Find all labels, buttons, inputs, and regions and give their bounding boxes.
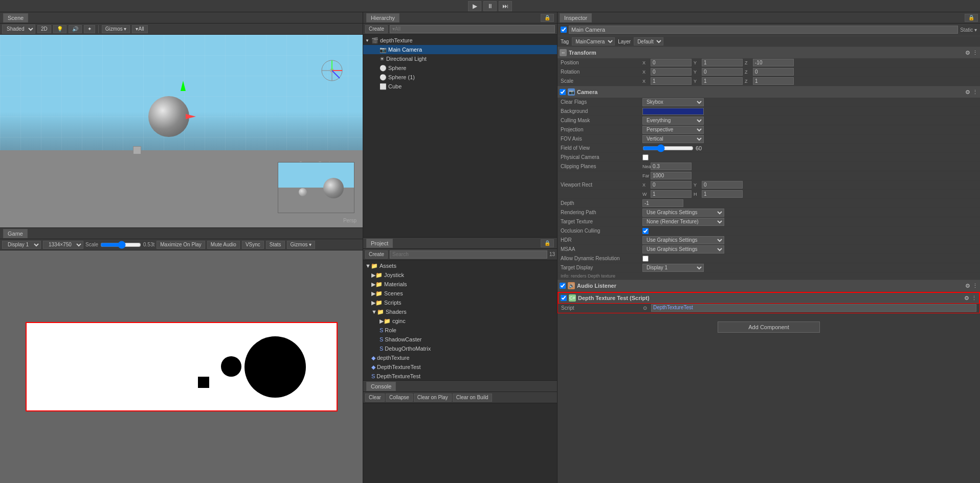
depth-texture-test-header[interactable]: C# Depth Texture Test (Script) ⚙ ⋮: [558, 292, 979, 304]
step-button[interactable]: ⏭: [499, 1, 512, 11]
msaa-select[interactable]: Use Graphics Settings: [642, 245, 724, 254]
audio-listener-checkbox[interactable]: [560, 283, 566, 289]
layer-select[interactable]: Default: [634, 37, 663, 45]
near-input[interactable]: [651, 163, 692, 170]
tab-project[interactable]: Project: [366, 239, 393, 248]
console-clear-on-build-btn[interactable]: Clear on Build: [453, 394, 492, 402]
stats-btn[interactable]: Stats: [266, 241, 285, 249]
scene-viewport[interactable]: Persp Camera Preview: [0, 35, 363, 227]
hierarchy-item-directionallight[interactable]: ☀ Directional Light: [363, 54, 557, 63]
scene-vfx-button[interactable]: ✦: [84, 25, 95, 33]
hdr-select[interactable]: Use Graphics Settings: [642, 236, 724, 244]
tab-game[interactable]: Game: [3, 229, 28, 238]
target-display-select[interactable]: Display 1: [642, 264, 704, 272]
physical-camera-checkbox[interactable]: [642, 154, 649, 160]
background-color-swatch[interactable]: [642, 108, 704, 115]
project-item-assets[interactable]: ▼ 📁 Assets: [363, 261, 557, 270]
object-active-checkbox[interactable]: [561, 27, 567, 33]
project-item-scenes[interactable]: ▶ 📁 Scenes: [363, 289, 557, 298]
far-input[interactable]: [651, 172, 692, 179]
project-item-role[interactable]: S Role: [363, 326, 557, 335]
tab-scene[interactable]: Scene: [3, 13, 28, 22]
hierarchy-search[interactable]: [390, 25, 555, 33]
rotation-x[interactable]: [651, 68, 692, 76]
project-item-depthtexturetest-s[interactable]: S DepthTextureTest: [363, 372, 557, 380]
vsync-btn[interactable]: VSync: [242, 241, 264, 249]
project-search[interactable]: [390, 250, 547, 259]
hierarchy-item-maincamera[interactable]: 📷 Main Camera: [363, 45, 557, 54]
hierarchy-lock-btn[interactable]: 🔒: [541, 14, 554, 22]
scale-x[interactable]: [651, 77, 692, 85]
display-select[interactable]: Display 1: [2, 241, 41, 249]
rotation-y[interactable]: [702, 68, 743, 76]
position-x[interactable]: [651, 59, 692, 66]
camera-header[interactable]: 📷 Camera ⚙ ⋮: [558, 86, 980, 98]
play-button[interactable]: ▶: [468, 1, 481, 11]
depth-input[interactable]: [642, 199, 683, 207]
vp-w-input[interactable]: [651, 190, 692, 198]
fov-slider[interactable]: [642, 144, 694, 152]
project-item-debugortho[interactable]: S DebugOrthoMatrix: [363, 344, 557, 353]
hierarchy-item-cube[interactable]: ⬜ Cube: [363, 82, 557, 91]
object-name-input[interactable]: [569, 26, 958, 34]
maximize-on-play-btn[interactable]: Maximize On Play: [157, 241, 205, 249]
vp-h-input[interactable]: [702, 190, 743, 198]
tab-console[interactable]: Console: [366, 382, 396, 391]
near-label: Near: [642, 164, 649, 169]
add-component-button[interactable]: Add Component: [718, 321, 820, 333]
hierarchy-item-sphere[interactable]: ⚪ Sphere: [363, 63, 557, 73]
project-item-scripts[interactable]: ▶ 📁 Scripts: [363, 298, 557, 307]
scale-y[interactable]: [702, 77, 743, 85]
audio-listener-header[interactable]: 🔊 Audio Listener ⚙ ⋮: [558, 280, 980, 291]
shaded-dropdown[interactable]: Shaded: [2, 25, 35, 34]
tab-inspector[interactable]: Inspector: [560, 13, 592, 22]
scale-z[interactable]: [753, 77, 794, 85]
allow-dynamic-resolution-checkbox[interactable]: [642, 256, 649, 262]
all-button[interactable]: ▾All: [132, 25, 147, 33]
console-clear-btn[interactable]: Clear: [365, 394, 385, 402]
game-gizmos-btn[interactable]: Gizmos ▾: [287, 241, 316, 249]
project-item-materials[interactable]: ▶ 📁 Materials: [363, 280, 557, 289]
scale-slider[interactable]: [100, 241, 141, 249]
hierarchy-item-depthtexture[interactable]: ▼ 🎬 depthTexture: [363, 36, 557, 45]
project-item-joystick[interactable]: ▶ 📁 Joystick: [363, 270, 557, 280]
console-collapse-btn[interactable]: Collapse: [386, 394, 413, 402]
project-item-shadowcaster[interactable]: S ShadowCaster: [363, 335, 557, 344]
depth-texture-test-checkbox[interactable]: [561, 295, 567, 301]
gizmos-button[interactable]: Gizmos ▾: [102, 25, 130, 33]
project-create-btn[interactable]: Create: [365, 250, 388, 259]
target-texture-select[interactable]: None (Render Texture): [642, 218, 724, 226]
occlusion-culling-checkbox[interactable]: [642, 228, 649, 234]
project-item-depthtexture-asset[interactable]: ◆ depthTexture: [363, 353, 557, 362]
2d-button[interactable]: 2D: [37, 25, 51, 33]
tab-hierarchy[interactable]: Hierarchy: [366, 13, 399, 22]
clear-flags-select[interactable]: Skybox: [642, 98, 704, 106]
project-item-depthtexturetest[interactable]: ◆ DepthTextureTest: [363, 362, 557, 372]
vp-y-input[interactable]: [702, 181, 743, 189]
culling-mask-select[interactable]: Everything: [642, 117, 704, 125]
project-item-cginc[interactable]: ▶ 📁 cginc: [363, 316, 557, 326]
projection-select[interactable]: Perspective: [642, 126, 704, 134]
scene-lights-button[interactable]: 💡: [53, 25, 66, 33]
position-z[interactable]: [753, 59, 794, 66]
inspector-lock-btn[interactable]: 🔒: [965, 14, 978, 22]
fov-axis-select[interactable]: Vertical: [642, 135, 704, 143]
camera-active-checkbox[interactable]: [560, 89, 566, 95]
tag-select[interactable]: MainCamera: [572, 37, 615, 45]
camera-info-row: Info: renders Depth texture: [558, 272, 980, 280]
transform-header[interactable]: ↔ Transform ⚙ ⋮: [558, 47, 980, 58]
project-lock-btn[interactable]: 🔒: [541, 239, 554, 247]
scene-audio-button[interactable]: 🔊: [69, 25, 82, 33]
hierarchy-item-sphere1[interactable]: ⚪ Sphere (1): [363, 73, 557, 82]
clipping-far-row: Far: [558, 171, 980, 180]
mute-audio-btn[interactable]: Mute Audio: [207, 241, 240, 249]
vp-x-input[interactable]: [651, 181, 692, 189]
console-clear-on-play-btn[interactable]: Clear on Play: [414, 394, 452, 402]
rotation-z[interactable]: [753, 68, 794, 76]
pause-button[interactable]: ⏸: [483, 1, 497, 11]
hierarchy-create-btn[interactable]: Create: [365, 25, 388, 33]
position-y[interactable]: [702, 59, 743, 66]
resolution-select[interactable]: 1334×750: [43, 241, 83, 249]
project-item-shaders[interactable]: ▼ 📁 Shaders: [363, 307, 557, 316]
rendering-path-select[interactable]: Use Graphics Settings: [642, 209, 724, 217]
